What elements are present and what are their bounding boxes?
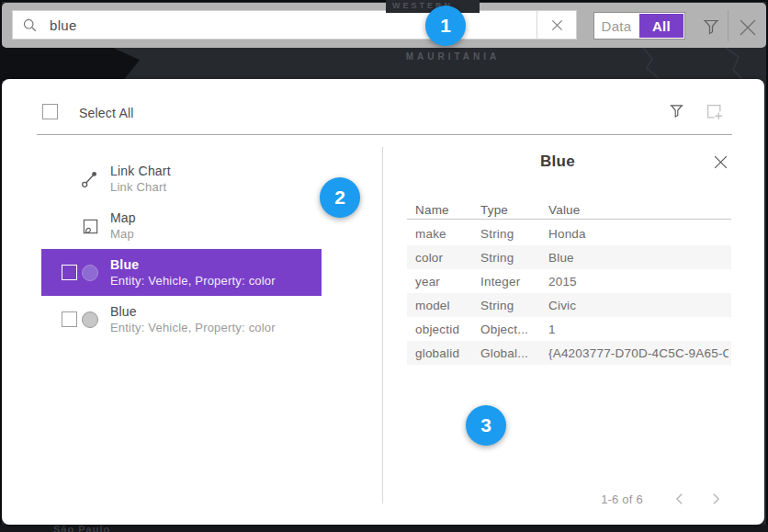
map-country-border: [588, 48, 768, 79]
map-bottom-strip: [0, 525, 768, 532]
map-icon: [79, 218, 101, 235]
map-label-mauritania: MAURITANIA: [375, 51, 531, 62]
clear-search-button[interactable]: [537, 11, 576, 39]
filter-icon[interactable]: [701, 17, 721, 37]
result-checkbox[interactable]: [62, 311, 77, 327]
result-checkbox[interactable]: [62, 265, 77, 280]
data-all-toggle: Data All: [593, 12, 685, 40]
result-item[interactable]: MapMap: [41, 204, 322, 248]
toggle-option-all[interactable]: All: [639, 14, 683, 38]
add-to-selection-icon[interactable]: [706, 103, 723, 120]
property-rows: makeStringHondacolorStringBlueyearIntege…: [407, 221, 731, 365]
results-panel: Select All Link ChartLink ChartMapMapBlu…: [2, 79, 764, 525]
search-box: [12, 10, 577, 40]
app-screen: MAURITANIA WESTERN São Paulo Data All: [0, 0, 768, 532]
result-item[interactable]: Link ChartLink Chart: [41, 157, 322, 201]
column-type: Type: [480, 202, 508, 216]
search-toolbar: Data All: [2, 3, 766, 48]
result-subtitle: Link Chart: [110, 179, 171, 196]
property-row: modelStringCivic: [407, 293, 731, 317]
entity-circle-icon: [79, 265, 101, 281]
results-filter-icon[interactable]: [668, 102, 685, 119]
property-row: colorStringBlue: [407, 245, 731, 269]
toolbar-divider: [728, 10, 728, 41]
close-search-icon[interactable]: [736, 16, 760, 40]
result-item[interactable]: BlueEntity: Vehicle, Property: color: [41, 296, 322, 343]
result-title: Blue: [110, 256, 276, 273]
property-table-header: Name Type Value: [407, 199, 731, 220]
result-subtitle: Map: [110, 226, 136, 243]
result-title: Link Chart: [110, 163, 171, 179]
link-chart-icon: [79, 170, 101, 188]
map-landmass-shape: [0, 46, 140, 81]
callout-1: 1: [425, 6, 466, 46]
search-icon: [22, 17, 38, 33]
toggle-option-data[interactable]: Data: [594, 13, 638, 39]
property-table: Name Type Value makeStringHondacolorStri…: [407, 199, 731, 365]
entity-circle-icon: [79, 311, 101, 328]
result-title: Blue: [110, 303, 276, 320]
callout-3: 3: [466, 405, 506, 446]
detail-title: Blue: [383, 153, 732, 171]
close-detail-icon[interactable]: [713, 154, 728, 170]
map-label-sao-paulo: São Paulo: [53, 524, 110, 532]
results-list: Link ChartLink ChartMapMapBlueEntity: Ve…: [2, 79, 383, 525]
property-row: globalidGlobal...{A4203777-D70D-4C5C-9A6…: [407, 341, 731, 365]
property-row: makeStringHonda: [407, 221, 731, 245]
prev-page-button[interactable]: [671, 491, 687, 507]
next-page-button[interactable]: [707, 491, 724, 507]
callout-2: 2: [320, 177, 360, 218]
result-title: Map: [110, 209, 136, 226]
result-subtitle: Entity: Vehicle, Property: color: [110, 273, 276, 289]
property-row: yearInteger2015: [407, 269, 731, 293]
result-item[interactable]: BlueEntity: Vehicle, Property: color: [41, 249, 322, 296]
result-subtitle: Entity: Vehicle, Property: color: [110, 320, 276, 336]
column-name: Name: [415, 202, 449, 216]
column-value: Value: [548, 202, 581, 216]
pagination-label: 1-6 of 6: [581, 492, 663, 506]
list-detail-divider: [382, 147, 383, 504]
property-row: objectidObject...1: [407, 317, 731, 341]
